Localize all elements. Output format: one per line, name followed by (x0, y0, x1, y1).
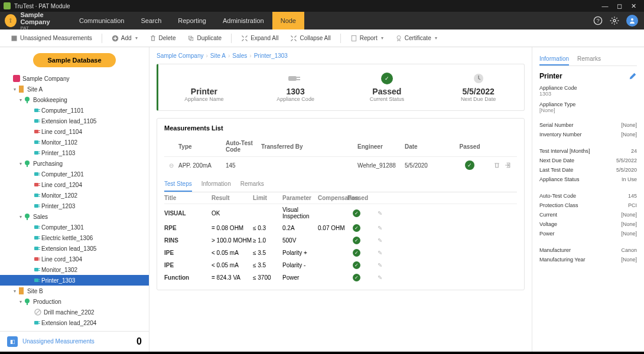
breadcrumb-item[interactable]: Site A (210, 53, 226, 59)
nav-administration[interactable]: Administration (214, 12, 272, 30)
breadcrumb-item[interactable]: Sales (232, 53, 247, 59)
svg-rect-40 (38, 206, 40, 207)
info-row: Last Test Date5/5/2020 (539, 165, 637, 175)
svg-rect-26 (38, 152, 40, 152)
tree-row[interactable]: Printer_1103 (0, 148, 149, 158)
tree-toggle-icon[interactable]: ▾ (18, 97, 24, 103)
tree-row[interactable]: ▾ Purchasing (0, 158, 149, 169)
subtab-information[interactable]: Information (201, 177, 231, 192)
svg-rect-32 (34, 183, 38, 186)
unassigned-footer[interactable]: ◧ Unassigned Measurements 0 (0, 331, 149, 352)
plug-icon (34, 171, 41, 177)
window-maximize[interactable]: ◻ (612, 2, 626, 10)
subtab-remarks[interactable]: Remarks (240, 177, 264, 192)
tree-label: Line cord_1304 (41, 256, 82, 263)
svg-point-3 (631, 18, 633, 21)
window-close[interactable]: ✕ (626, 2, 640, 10)
subtabs: Test Steps Information Remarks (164, 177, 517, 192)
toolbar-report[interactable]: Report▾ (346, 33, 388, 44)
toolbar-unassigned[interactable]: Unassigned Measurements (6, 33, 97, 44)
tree-row[interactable]: Line cord_1104 (0, 126, 149, 137)
rtab-remarks[interactable]: Remarks (577, 53, 601, 65)
step-row: VISUAL OK Visual Inspection ✓ ✎ (164, 204, 517, 222)
svg-rect-52 (38, 258, 40, 258)
tree-row[interactable]: ▾ Bookkeeping (0, 94, 149, 105)
tree-row[interactable]: ▾ Production (0, 296, 149, 307)
tree-toggle-icon[interactable]: ▾ (18, 161, 24, 166)
row-expand-icon[interactable]: ⊖ (164, 162, 178, 169)
nav-communication[interactable]: Communication (71, 12, 132, 30)
tree-row[interactable]: Extension lead_1105 (0, 116, 149, 126)
tree-row[interactable]: Monitor_1302 (0, 264, 149, 275)
toolbar-add[interactable]: Add▾ (107, 33, 142, 44)
check-icon: ✓ (353, 261, 360, 269)
info-row: Next Due Date5/5/2022 (539, 156, 637, 165)
gear-icon[interactable] (610, 16, 619, 25)
tree-toggle-icon[interactable]: ▾ (12, 87, 18, 92)
window-minimize[interactable]: — (598, 2, 612, 9)
field-appliance-type: Appliance Type [None] (539, 101, 637, 113)
svg-rect-36 (38, 194, 40, 195)
edit-step-icon[interactable]: ✎ (365, 210, 395, 217)
help-icon[interactable]: ? (593, 16, 603, 25)
tree-row[interactable]: Line cord_1304 (0, 254, 149, 264)
svg-rect-66 (288, 76, 297, 81)
svg-rect-58 (38, 279, 40, 280)
svg-rect-39 (38, 205, 40, 205)
tree-row[interactable]: ▾ Site B (0, 286, 149, 296)
nav-search[interactable]: Search (132, 12, 170, 30)
tree-row[interactable]: Line cord_1204 (0, 179, 149, 190)
trash-icon[interactable] (493, 162, 500, 169)
breadcrumb-item[interactable]: Sample Company (157, 53, 203, 59)
sample-database-button[interactable]: Sample Database (33, 53, 115, 67)
rtab-information[interactable]: Information (539, 53, 569, 65)
tree-row[interactable]: Computer_1201 (0, 169, 149, 179)
tree-toggle-icon[interactable]: ▾ (12, 289, 18, 294)
svg-rect-47 (38, 238, 40, 239)
pin-icon (24, 213, 31, 220)
tree-label: Bookkeeping (33, 97, 67, 103)
toolbar-collapse[interactable]: Collapse All (285, 33, 335, 44)
toolbar-delete[interactable]: Delete (145, 33, 181, 44)
tree-row[interactable]: ▾ Site A (0, 84, 149, 94)
tree-row[interactable]: Sample Company (0, 73, 149, 84)
svg-point-41 (25, 214, 30, 218)
svg-rect-56 (38, 270, 40, 271)
nav-reporting[interactable]: Reporting (170, 12, 214, 30)
tree-row[interactable]: Computer_1101 (0, 105, 149, 116)
tree-row[interactable]: Monitor_1202 (0, 190, 149, 201)
svg-rect-15 (38, 111, 40, 112)
subtab-test-steps[interactable]: Test Steps (164, 177, 192, 192)
edit-step-icon[interactable]: ✎ (365, 250, 395, 256)
svg-rect-45 (34, 236, 38, 240)
tree-toggle-icon[interactable]: ▾ (18, 299, 24, 304)
tree-row[interactable]: Computer_1301 (0, 222, 149, 232)
tree-row[interactable]: Extension lead_1305 (0, 243, 149, 254)
brand-name: Sample Company (20, 11, 71, 25)
tree-row[interactable]: Electric kettle_1306 (0, 232, 149, 243)
breadcrumb-item[interactable]: Printer_1303 (254, 53, 288, 59)
edit-step-icon[interactable]: ✎ (365, 237, 395, 244)
user-avatar[interactable] (626, 15, 638, 27)
summary-bar: Printer Appliance Name 1303 Appliance Co… (157, 64, 525, 111)
plug-icon (34, 245, 41, 251)
tree-row[interactable]: Monitor_1102 (0, 137, 149, 148)
toolbar-duplicate[interactable]: Duplicate (183, 33, 226, 44)
tree-row[interactable]: Extension lead_2204 (0, 317, 149, 328)
export-icon[interactable] (504, 162, 511, 169)
edit-icon[interactable] (629, 72, 637, 80)
tree-row[interactable]: Drill machine_2202 (0, 307, 149, 317)
info-row: Protection ClassPCI (539, 201, 637, 210)
toolbar-certificate[interactable]: Certificate▾ (391, 33, 442, 44)
tree-toggle-icon[interactable]: ▾ (18, 214, 24, 219)
toolbar-expand[interactable]: Expand All (236, 33, 283, 44)
measurement-row[interactable]: ⊖ APP. 200mA 145 Wehrle_91288 5/5/2020 ✓ (164, 157, 517, 173)
summary-status: ✓ Passed Current Status (341, 73, 433, 102)
edit-step-icon[interactable]: ✎ (365, 225, 395, 231)
tree-row[interactable]: ▾ Sales (0, 211, 149, 222)
tree-row[interactable]: Printer_1303 (0, 275, 149, 286)
edit-step-icon[interactable]: ✎ (365, 274, 395, 281)
edit-step-icon[interactable]: ✎ (365, 262, 395, 268)
nav-node[interactable]: Node (272, 12, 304, 30)
tree-row[interactable]: Printer_1203 (0, 201, 149, 211)
